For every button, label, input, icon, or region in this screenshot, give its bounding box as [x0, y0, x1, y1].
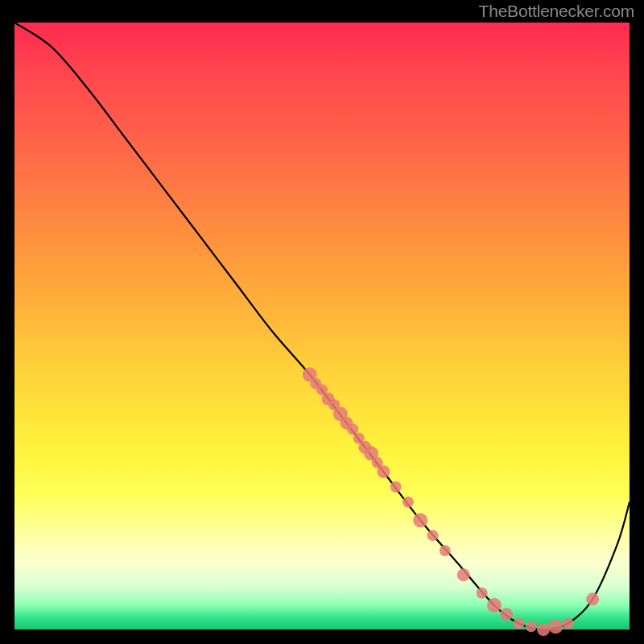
- scatter-dot: [586, 592, 599, 605]
- scatter-dot: [537, 623, 550, 636]
- scatter-dot: [413, 513, 427, 527]
- scatter-dot: [500, 608, 513, 621]
- scatter-dot: [390, 481, 402, 493]
- scatter-dot: [402, 497, 414, 508]
- bottleneck-curve: [14, 23, 630, 630]
- plot-area: [14, 23, 630, 630]
- scatter-dot: [526, 621, 537, 632]
- scatter-dot: [487, 598, 502, 613]
- chart-canvas: TheBottlenecker.com: [0, 0, 644, 644]
- scatter-dot: [477, 588, 488, 599]
- chart-overlay: [14, 23, 630, 630]
- scatter-dot: [548, 619, 563, 634]
- scatter-dot: [563, 617, 574, 629]
- scatter-dot: [427, 530, 439, 541]
- attribution-label: TheBottlenecker.com: [479, 2, 634, 21]
- scatter-dot: [440, 545, 451, 556]
- scatter-dot: [457, 568, 470, 581]
- scatter-dot: [513, 617, 524, 629]
- scatter-dot: [377, 465, 390, 478]
- scatter-group: [303, 367, 599, 636]
